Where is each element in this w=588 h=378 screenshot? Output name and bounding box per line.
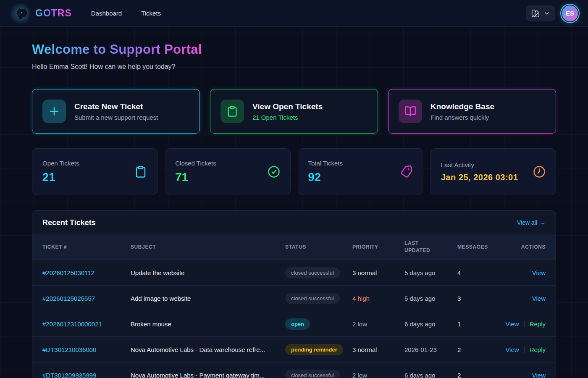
view-link[interactable]: View (505, 346, 519, 353)
page-subtitle: Hello Emma Scott! How can we help you to… (32, 63, 556, 71)
nav-item-dashboard[interactable]: Dashboard (91, 10, 122, 17)
panel-title: Recent Tickets (42, 218, 96, 227)
col-status: STATUS (285, 244, 352, 250)
ticket-messages: 4 (457, 269, 504, 276)
ticket-messages: 3 (457, 295, 504, 302)
table-row: #DT301210036000 Nova Automotive Labs - D… (32, 336, 556, 362)
ticket-priority: 3 normal (352, 346, 404, 353)
avatar[interactable]: ES (562, 5, 578, 21)
stat-label: Closed Tickets (175, 160, 216, 167)
view-link[interactable]: View (532, 269, 546, 276)
stat-label: Open Tickets (42, 160, 79, 167)
col-subject: SUBJECT (131, 244, 285, 250)
ticket-messages: 1 (457, 320, 504, 328)
status-badge: closed successful (285, 370, 340, 378)
ticket-number-link[interactable]: #DT301210036000 (42, 346, 131, 353)
stat-label: Last Activity (441, 161, 518, 168)
stat-value: Jan 25, 2026 03:01 (441, 173, 518, 182)
recent-tickets-panel: Recent Tickets View all → TICKET # SUBJE… (32, 210, 556, 378)
ticket-number-link[interactable]: #2026012310000021 (42, 320, 131, 328)
stat-value: 21 (42, 171, 79, 184)
brand-logo[interactable]: GOTRS (10, 3, 72, 24)
ticket-number-link[interactable]: #DT301209935999 (42, 372, 131, 378)
clipboard-icon (220, 100, 244, 123)
table-row: #20260125025557 Add image to website clo… (32, 285, 556, 311)
col-actions: ACTIONS (504, 244, 546, 250)
page-title: Welcome to Support Portal (32, 42, 202, 57)
table-row: #DT301209935999 Nova Automotive Labs - P… (32, 362, 556, 378)
view-link[interactable]: View (505, 320, 519, 328)
ticket-messages: 2 (457, 346, 504, 353)
ticket-messages: 2 (457, 372, 504, 378)
action-card-subtitle: Submit a new support request (74, 114, 158, 121)
ticket-subject: Nova Automotive Labs - Payment gateway t… (131, 372, 285, 378)
view-link[interactable]: View (532, 295, 546, 302)
status-badge: pending reminder (285, 344, 343, 355)
tag-icon (400, 165, 413, 178)
table-row: #2026012310000021 Broken mouse open 2 lo… (32, 311, 556, 336)
action-divider (524, 320, 525, 327)
knowledge-base-card[interactable]: Knowledge Base Find answers quickly (388, 89, 556, 134)
action-card-title: View Open Tickets (252, 102, 323, 111)
ticket-subject: Add image to website (131, 295, 285, 302)
ticket-priority: 3 normal (352, 269, 404, 276)
stat-value: 92 (308, 171, 343, 184)
action-card-title: Knowledge Base (430, 102, 494, 111)
action-card-subtitle: 21 Open Tickets (252, 114, 323, 121)
table-header: TICKET # SUBJECT STATUS PRIORITY LAST UP… (32, 234, 556, 260)
stat-closed-tickets: Closed Tickets 71 (165, 148, 290, 195)
col-last-updated: LAST UPDATED (404, 240, 457, 254)
check-circle-icon (268, 165, 280, 178)
ticket-subject: Update the website (131, 269, 285, 276)
ticket-updated: 5 days ago (404, 295, 457, 302)
stat-value: 71 (175, 171, 216, 184)
action-card-title: Create New Ticket (74, 102, 158, 111)
ticket-subject: Nova Automotive Labs - Data warehouse re… (131, 346, 285, 353)
stats-row: Open Tickets 21 Closed Tickets 71 Total … (32, 148, 556, 195)
ticket-priority: 2 low (352, 372, 404, 378)
arrow-right-icon: → (540, 219, 546, 226)
swatchbook-icon (531, 9, 540, 18)
action-divider (524, 346, 525, 353)
book-open-icon (399, 100, 422, 123)
status-badge: closed successful (285, 293, 340, 304)
ticket-number-link[interactable]: #20260125025557 (42, 295, 131, 302)
stat-total-tickets: Total Tickets 92 (298, 148, 423, 195)
table-row: #20260125030112 Update the website close… (32, 260, 556, 285)
ticket-number-link[interactable]: #20260125030112 (42, 269, 131, 276)
create-ticket-card[interactable]: Create New Ticket Submit a new support r… (32, 89, 200, 134)
chevron-down-icon (543, 10, 550, 17)
reply-link[interactable]: Reply (530, 346, 546, 353)
col-messages: MESSAGES (457, 244, 504, 250)
clock-icon (533, 165, 546, 178)
top-navbar: GOTRS Dashboard Tickets ES (0, 0, 588, 27)
quick-actions: Create New Ticket Submit a new support r… (32, 89, 556, 134)
view-all-link[interactable]: View all → (517, 219, 546, 226)
status-badge: closed successful (285, 267, 340, 278)
reply-link[interactable]: Reply (530, 320, 546, 328)
stat-label: Total Tickets (308, 160, 343, 167)
main-content: Welcome to Support Portal Hello Emma Sco… (0, 27, 588, 378)
ticket-subject: Broken mouse (131, 320, 285, 328)
theme-switcher-button[interactable] (526, 5, 555, 21)
stat-open-tickets: Open Tickets 21 (32, 148, 158, 195)
nav-item-tickets[interactable]: Tickets (141, 10, 161, 17)
col-ticket: TICKET # (42, 244, 131, 250)
ticket-updated: 6 days ago (404, 372, 457, 378)
stat-last-activity: Last Activity Jan 25, 2026 03:01 (430, 148, 556, 195)
status-badge: open (285, 318, 310, 330)
ticket-priority: 2 low (352, 320, 404, 328)
clipboard-icon (134, 165, 147, 178)
goat-logo-icon (10, 3, 31, 24)
ticket-updated: 6 days ago (404, 320, 457, 328)
plus-icon (42, 100, 66, 123)
brand-name: GOTRS (35, 8, 72, 19)
ticket-updated: 5 days ago (404, 269, 457, 276)
view-all-label: View all (517, 219, 537, 226)
view-link[interactable]: View (532, 372, 546, 378)
action-card-subtitle: Find answers quickly (430, 114, 494, 121)
ticket-priority: 4 high (352, 295, 404, 302)
view-open-tickets-card[interactable]: View Open Tickets 21 Open Tickets (210, 89, 378, 134)
col-priority: PRIORITY (352, 244, 404, 250)
ticket-updated: 2026-01-23 (404, 346, 457, 353)
